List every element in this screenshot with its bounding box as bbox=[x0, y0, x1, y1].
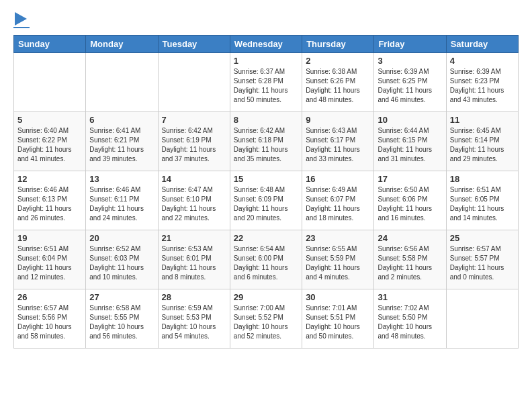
day-header-friday: Friday bbox=[374, 36, 446, 53]
calendar-cell: 12Sunrise: 6:46 AM Sunset: 6:13 PM Dayli… bbox=[14, 171, 86, 230]
calendar-cell: 29Sunrise: 7:00 AM Sunset: 5:52 PM Dayli… bbox=[230, 289, 302, 349]
calendar-cell bbox=[86, 53, 158, 112]
day-number: 11 bbox=[450, 115, 515, 125]
day-number: 29 bbox=[234, 292, 298, 302]
day-info-text: Sunrise: 6:57 AM Sunset: 5:57 PM Dayligh… bbox=[450, 244, 515, 282]
day-info-text: Sunrise: 6:44 AM Sunset: 6:15 PM Dayligh… bbox=[378, 126, 442, 164]
day-header-thursday: Thursday bbox=[302, 36, 374, 53]
day-info-text: Sunrise: 6:52 AM Sunset: 6:03 PM Dayligh… bbox=[89, 244, 154, 282]
day-info-text: Sunrise: 6:56 AM Sunset: 5:58 PM Dayligh… bbox=[378, 244, 442, 282]
day-info-text: Sunrise: 6:42 AM Sunset: 6:18 PM Dayligh… bbox=[234, 126, 298, 164]
calendar-header-row: SundayMondayTuesdayWednesdayThursdayFrid… bbox=[14, 36, 519, 53]
day-number: 22 bbox=[234, 233, 298, 243]
calendar-cell: 17Sunrise: 6:50 AM Sunset: 6:06 PM Dayli… bbox=[374, 171, 446, 230]
day-number: 9 bbox=[306, 115, 370, 125]
day-header-monday: Monday bbox=[86, 36, 158, 53]
calendar-cell bbox=[14, 53, 86, 112]
day-info-text: Sunrise: 6:55 AM Sunset: 5:59 PM Dayligh… bbox=[306, 244, 370, 282]
calendar-week-row: 12Sunrise: 6:46 AM Sunset: 6:13 PM Dayli… bbox=[14, 171, 519, 230]
calendar-cell: 14Sunrise: 6:47 AM Sunset: 6:10 PM Dayli… bbox=[158, 171, 230, 230]
calendar-cell: 6Sunrise: 6:41 AM Sunset: 6:21 PM Daylig… bbox=[86, 112, 158, 171]
day-info-text: Sunrise: 6:58 AM Sunset: 5:55 PM Dayligh… bbox=[89, 304, 154, 341]
calendar-cell: 20Sunrise: 6:52 AM Sunset: 6:03 PM Dayli… bbox=[86, 230, 158, 289]
calendar-cell: 23Sunrise: 6:55 AM Sunset: 5:59 PM Dayli… bbox=[302, 230, 374, 289]
calendar-cell: 19Sunrise: 6:51 AM Sunset: 6:04 PM Dayli… bbox=[14, 230, 86, 289]
calendar-cell: 4Sunrise: 6:39 AM Sunset: 6:23 PM Daylig… bbox=[446, 53, 518, 112]
day-number: 31 bbox=[378, 292, 442, 302]
day-number: 25 bbox=[450, 233, 515, 243]
calendar-cell: 21Sunrise: 6:53 AM Sunset: 6:01 PM Dayli… bbox=[158, 230, 230, 289]
day-info-text: Sunrise: 6:47 AM Sunset: 6:10 PM Dayligh… bbox=[162, 185, 226, 223]
calendar-cell: 27Sunrise: 6:58 AM Sunset: 5:55 PM Dayli… bbox=[86, 289, 158, 349]
day-info-text: Sunrise: 6:46 AM Sunset: 6:11 PM Dayligh… bbox=[89, 185, 154, 223]
calendar-cell: 24Sunrise: 6:56 AM Sunset: 5:58 PM Dayli… bbox=[374, 230, 446, 289]
calendar-week-row: 19Sunrise: 6:51 AM Sunset: 6:04 PM Dayli… bbox=[14, 230, 519, 289]
day-header-sunday: Sunday bbox=[14, 36, 86, 53]
calendar-cell bbox=[158, 53, 230, 112]
day-number: 5 bbox=[17, 115, 82, 125]
day-number: 15 bbox=[234, 174, 298, 184]
day-info-text: Sunrise: 6:51 AM Sunset: 6:05 PM Dayligh… bbox=[450, 185, 515, 223]
page: SundayMondayTuesdayWednesdayThursdayFrid… bbox=[0, 0, 532, 355]
calendar-cell: 18Sunrise: 6:51 AM Sunset: 6:05 PM Dayli… bbox=[446, 171, 518, 230]
day-header-tuesday: Tuesday bbox=[158, 36, 230, 53]
calendar-cell: 2Sunrise: 6:38 AM Sunset: 6:26 PM Daylig… bbox=[302, 53, 374, 112]
day-info-text: Sunrise: 6:51 AM Sunset: 6:04 PM Dayligh… bbox=[17, 244, 82, 282]
calendar-cell: 26Sunrise: 6:57 AM Sunset: 5:56 PM Dayli… bbox=[14, 289, 86, 349]
day-number: 20 bbox=[89, 233, 154, 243]
day-number: 8 bbox=[234, 115, 298, 125]
day-number: 7 bbox=[162, 115, 226, 125]
day-number: 13 bbox=[89, 174, 154, 184]
day-number: 10 bbox=[378, 115, 442, 125]
day-info-text: Sunrise: 6:48 AM Sunset: 6:09 PM Dayligh… bbox=[234, 185, 298, 223]
calendar-cell bbox=[446, 289, 518, 349]
calendar-week-row: 1Sunrise: 6:37 AM Sunset: 6:28 PM Daylig… bbox=[14, 53, 519, 112]
calendar-cell: 31Sunrise: 7:02 AM Sunset: 5:50 PM Dayli… bbox=[374, 289, 446, 349]
day-header-wednesday: Wednesday bbox=[230, 36, 302, 53]
day-number: 17 bbox=[378, 174, 442, 184]
day-info-text: Sunrise: 6:38 AM Sunset: 6:26 PM Dayligh… bbox=[306, 67, 370, 105]
day-info-text: Sunrise: 6:57 AM Sunset: 5:56 PM Dayligh… bbox=[17, 304, 82, 341]
logo-arrow-icon bbox=[15, 12, 27, 26]
day-number: 14 bbox=[162, 174, 226, 184]
day-info-text: Sunrise: 6:41 AM Sunset: 6:21 PM Dayligh… bbox=[89, 126, 154, 164]
calendar-cell: 30Sunrise: 7:01 AM Sunset: 5:51 PM Dayli… bbox=[302, 289, 374, 349]
day-info-text: Sunrise: 6:39 AM Sunset: 6:23 PM Dayligh… bbox=[450, 67, 515, 105]
day-number: 26 bbox=[17, 292, 82, 302]
day-info-text: Sunrise: 6:45 AM Sunset: 6:14 PM Dayligh… bbox=[450, 126, 515, 164]
calendar-table: SundayMondayTuesdayWednesdayThursdayFrid… bbox=[13, 35, 519, 349]
calendar-cell: 7Sunrise: 6:42 AM Sunset: 6:19 PM Daylig… bbox=[158, 112, 230, 171]
calendar-cell: 22Sunrise: 6:54 AM Sunset: 6:00 PM Dayli… bbox=[230, 230, 302, 289]
day-number: 16 bbox=[306, 174, 370, 184]
calendar-cell: 8Sunrise: 6:42 AM Sunset: 6:18 PM Daylig… bbox=[230, 112, 302, 171]
day-number: 30 bbox=[306, 292, 370, 302]
day-number: 24 bbox=[378, 233, 442, 243]
day-info-text: Sunrise: 6:42 AM Sunset: 6:19 PM Dayligh… bbox=[162, 126, 226, 164]
day-info-text: Sunrise: 7:00 AM Sunset: 5:52 PM Dayligh… bbox=[234, 304, 298, 341]
calendar-cell: 16Sunrise: 6:49 AM Sunset: 6:07 PM Dayli… bbox=[302, 171, 374, 230]
day-info-text: Sunrise: 6:50 AM Sunset: 6:06 PM Dayligh… bbox=[378, 185, 442, 223]
day-number: 28 bbox=[162, 292, 226, 302]
day-number: 21 bbox=[162, 233, 226, 243]
day-number: 19 bbox=[17, 233, 82, 243]
logo bbox=[13, 13, 30, 28]
calendar-cell: 10Sunrise: 6:44 AM Sunset: 6:15 PM Dayli… bbox=[374, 112, 446, 171]
day-number: 2 bbox=[306, 56, 370, 66]
day-info-text: Sunrise: 6:46 AM Sunset: 6:13 PM Dayligh… bbox=[17, 185, 82, 223]
header bbox=[13, 13, 519, 28]
calendar-cell: 3Sunrise: 6:39 AM Sunset: 6:25 PM Daylig… bbox=[374, 53, 446, 112]
day-number: 18 bbox=[450, 174, 515, 184]
day-number: 1 bbox=[234, 56, 298, 66]
calendar-cell: 5Sunrise: 6:40 AM Sunset: 6:22 PM Daylig… bbox=[14, 112, 86, 171]
day-number: 12 bbox=[17, 174, 82, 184]
calendar-cell: 11Sunrise: 6:45 AM Sunset: 6:14 PM Dayli… bbox=[446, 112, 518, 171]
day-number: 23 bbox=[306, 233, 370, 243]
day-info-text: Sunrise: 6:39 AM Sunset: 6:25 PM Dayligh… bbox=[378, 67, 442, 105]
day-number: 27 bbox=[89, 292, 154, 302]
day-info-text: Sunrise: 6:59 AM Sunset: 5:53 PM Dayligh… bbox=[162, 304, 226, 341]
calendar-cell: 25Sunrise: 6:57 AM Sunset: 5:57 PM Dayli… bbox=[446, 230, 518, 289]
calendar-cell: 9Sunrise: 6:43 AM Sunset: 6:17 PM Daylig… bbox=[302, 112, 374, 171]
calendar-week-row: 26Sunrise: 6:57 AM Sunset: 5:56 PM Dayli… bbox=[14, 289, 519, 349]
calendar-week-row: 5Sunrise: 6:40 AM Sunset: 6:22 PM Daylig… bbox=[14, 112, 519, 171]
day-info-text: Sunrise: 7:02 AM Sunset: 5:50 PM Dayligh… bbox=[378, 304, 442, 341]
